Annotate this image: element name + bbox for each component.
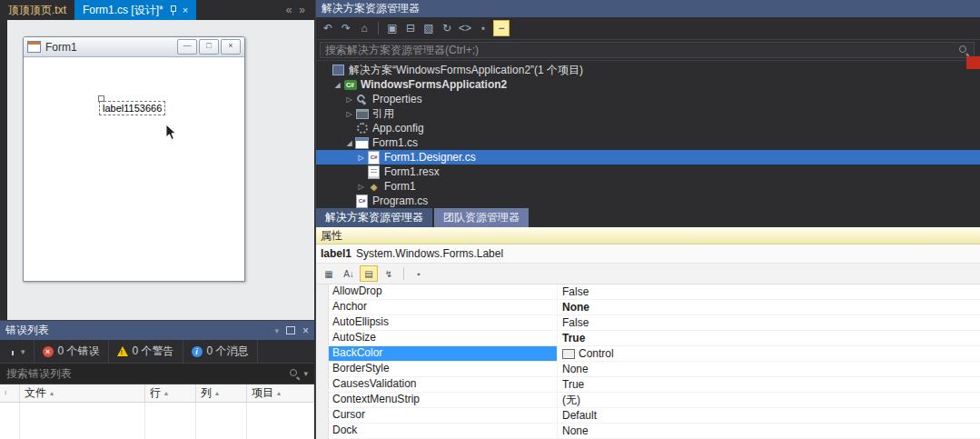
- tree-item[interactable]: App.config: [316, 121, 980, 135]
- chevron-left-icon[interactable]: «: [286, 4, 292, 16]
- designed-label-control[interactable]: label1153666: [99, 101, 165, 115]
- tab-label: 顶顶顶页.txt: [8, 3, 66, 18]
- property-row[interactable]: CursorDefault: [329, 408, 980, 424]
- panel-tab-team-explorer[interactable]: 团队资源管理器: [434, 208, 529, 227]
- warning-count-button[interactable]: !0 个警告: [109, 340, 183, 363]
- chevron-down-icon[interactable]: ▾: [303, 369, 308, 378]
- properties-view-icon[interactable]: ▤: [360, 265, 378, 282]
- form-client-area[interactable]: label1153666: [26, 57, 242, 278]
- expander-icon[interactable]: ▷: [343, 95, 355, 104]
- categorized-icon[interactable]: ▦: [320, 265, 338, 282]
- switch-views-icon[interactable]: ▣: [384, 20, 401, 36]
- document-tab-bar: 顶顶顶页.txt Form1.cs [设计]* × « »: [0, 0, 314, 20]
- refs-glyph: [356, 109, 369, 119]
- property-row[interactable]: BackColorControl: [329, 346, 980, 362]
- close-icon[interactable]: ×: [221, 39, 241, 55]
- collapse-all-icon[interactable]: ⊟: [402, 20, 419, 36]
- preview-selected-icon[interactable]: −: [493, 20, 510, 36]
- search-icon[interactable]: [959, 45, 969, 55]
- property-pages-icon[interactable]: ⋆: [410, 265, 428, 282]
- property-value-text: Default: [562, 409, 597, 423]
- property-value[interactable]: None: [558, 362, 980, 376]
- maximize-icon[interactable]: □: [199, 39, 219, 55]
- tab-form1-designer[interactable]: Form1.cs [设计]* ×: [74, 0, 196, 20]
- solution-explorer-title: 解决方案资源管理器: [316, 0, 980, 17]
- pin-icon[interactable]: [169, 5, 177, 15]
- info-count-button[interactable]: i0 个消息: [183, 340, 258, 363]
- property-value[interactable]: True: [558, 331, 980, 345]
- expander-icon[interactable]: ▷: [355, 154, 367, 162]
- property-value[interactable]: None: [558, 424, 980, 438]
- alphabetical-icon[interactable]: A↓: [340, 265, 358, 282]
- object-selector-dropdown[interactable]: label1System.Windows.Forms.Label: [316, 244, 980, 264]
- property-row[interactable]: CausesValidationTrue: [329, 377, 980, 393]
- property-row[interactable]: AllowDropFalse: [329, 284, 980, 300]
- column-header[interactable]: !: [0, 384, 20, 402]
- tree-item[interactable]: ▷Properties: [316, 92, 980, 106]
- column-header[interactable]: 列▴: [196, 384, 247, 402]
- home-icon[interactable]: ⌂: [356, 20, 372, 36]
- float-window-icon[interactable]: [286, 326, 295, 334]
- property-value[interactable]: False: [558, 315, 980, 330]
- expander-icon[interactable]: ◢: [343, 139, 355, 147]
- refresh-icon[interactable]: ↻: [439, 20, 455, 36]
- se-toolbar: ↶↷⌂▣⊟▧↻<>⋆−: [316, 17, 980, 40]
- panel-tab-solution-explorer[interactable]: 解决方案资源管理器: [316, 208, 432, 227]
- tree-item[interactable]: ▷C#Form1.Designer.cs: [316, 150, 980, 165]
- property-value[interactable]: None: [558, 300, 980, 314]
- search-icon[interactable]: [290, 369, 300, 379]
- property-value[interactable]: Control: [558, 346, 980, 361]
- chevron-right-icon[interactable]: »: [299, 4, 305, 16]
- tree-item[interactable]: ◢Form1.cs: [316, 135, 980, 150]
- tool-window-tabs: 解决方案资源管理器团队资源管理器: [316, 208, 980, 227]
- forward-icon[interactable]: ↷: [338, 20, 354, 36]
- wrench-icon: [355, 94, 369, 105]
- tree-item-label: WindowsFormsApplication2: [361, 78, 507, 91]
- tree-item[interactable]: Form1.resx: [316, 165, 980, 179]
- events-icon[interactable]: ↯: [380, 265, 398, 282]
- chevron-down-icon: ▾: [21, 347, 25, 356]
- close-icon[interactable]: ×: [302, 324, 309, 337]
- show-all-files-icon[interactable]: ▧: [421, 20, 437, 36]
- column-header[interactable]: 项目▴: [247, 384, 314, 402]
- column-header[interactable]: 行▴: [145, 384, 196, 402]
- tree-item[interactable]: ▷◆Form1: [316, 179, 980, 194]
- property-row[interactable]: AnchorNone: [329, 300, 980, 315]
- close-icon[interactable]: ×: [183, 5, 188, 15]
- panel-menu-caret-icon[interactable]: ▾: [274, 326, 279, 335]
- property-value[interactable]: Default: [558, 408, 980, 423]
- form-titlebar[interactable]: Form1 — □ ×: [24, 37, 244, 57]
- tree-item[interactable]: 解决方案“WindowsFormsApplication2”(1 个项目): [316, 63, 980, 77]
- designed-form-window[interactable]: Form1 — □ × label1153666: [23, 36, 245, 282]
- properties-icon[interactable]: ⋆: [475, 20, 491, 36]
- property-row[interactable]: AutoEllipsisFalse: [329, 315, 980, 331]
- tab-document-txt[interactable]: 顶顶顶页.txt: [0, 0, 74, 20]
- back-icon[interactable]: ↶: [320, 20, 336, 36]
- property-value[interactable]: (无): [558, 393, 980, 407]
- expander-icon[interactable]: ▷: [355, 183, 367, 191]
- error-list-search[interactable]: 搜索错误列表 ▾: [0, 364, 314, 384]
- error-count-button[interactable]: ×0 个错误: [35, 340, 109, 363]
- tree-item[interactable]: C#Program.cs: [316, 194, 980, 208]
- column-label: 列: [201, 385, 212, 401]
- tree-item[interactable]: ◢C#WindowsFormsApplication2: [316, 77, 980, 92]
- minimize-icon[interactable]: —: [177, 39, 197, 55]
- property-row[interactable]: BorderStyleNone: [329, 362, 980, 377]
- expander-icon[interactable]: ▷: [343, 110, 355, 118]
- forms-designer-surface[interactable]: Form1 — □ × label1153666: [7, 20, 314, 320]
- property-row[interactable]: AutoSizeTrue: [329, 331, 980, 346]
- expander-icon[interactable]: ◢: [332, 81, 343, 89]
- color-swatch: [562, 349, 575, 359]
- view-code-icon[interactable]: <>: [457, 20, 473, 36]
- property-row[interactable]: ContextMenuStrip(无): [329, 393, 980, 408]
- column-header[interactable]: 文件▴: [20, 384, 145, 402]
- tree-item[interactable]: ▷引用: [316, 106, 980, 121]
- filter-button[interactable]: ▾: [0, 340, 35, 363]
- form-window-buttons: — □ ×: [177, 39, 241, 55]
- csproj-glyph: C#: [344, 80, 357, 90]
- property-value[interactable]: False: [558, 284, 980, 299]
- property-row[interactable]: DockNone: [329, 424, 980, 439]
- property-value[interactable]: True: [558, 377, 980, 392]
- tree-item-label: Form1.cs: [372, 136, 418, 149]
- solution-search-input[interactable]: 搜索解决方案资源管理器(Ctrl+;): [320, 42, 975, 58]
